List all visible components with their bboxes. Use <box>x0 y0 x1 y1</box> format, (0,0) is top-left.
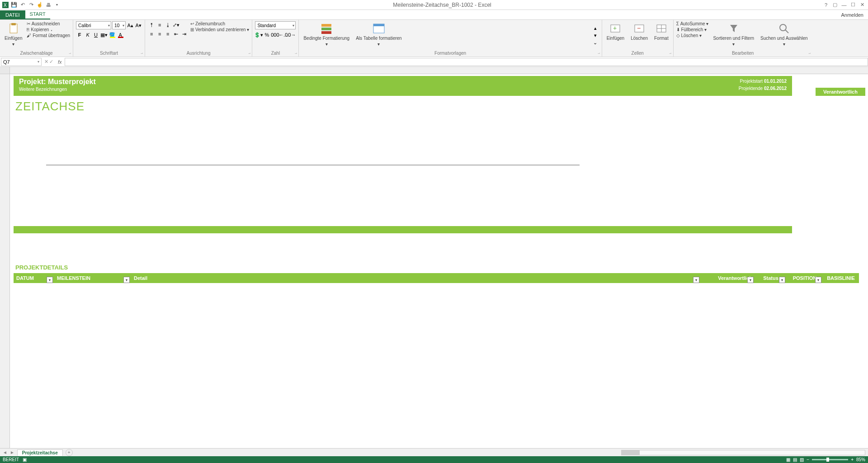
view-layout-icon[interactable]: ▤ <box>793 457 797 462</box>
tab-file[interactable]: DATEI <box>0 10 25 19</box>
minimize-icon[interactable]: — <box>840 2 848 8</box>
group-alignment: ⭱ ≡ ⭳ ⤢▾ ≡ ≡ ≡ ⇤ ⇥ ↩ Zeilenumbruch ⊞ Ver… <box>145 20 252 57</box>
align-middle-icon[interactable]: ≡ <box>156 21 163 28</box>
group-editing: Σ AutoSumme ▾ ⬇ Füllbereich ▾ ◇ Löschen … <box>674 20 812 57</box>
quickprint-icon[interactable]: 🖶 <box>45 1 52 9</box>
font-size-combo[interactable]: 10 <box>112 21 126 29</box>
close-icon[interactable]: ✕ <box>858 2 866 8</box>
filter-icon[interactable]: ▾ <box>815 277 821 283</box>
align-right-icon[interactable]: ≡ <box>164 30 171 38</box>
delete-cells-button[interactable]: −Löschen <box>629 21 650 50</box>
quick-access-toolbar: X 💾 ↶ ↷ ☝ 🖶 ▾ <box>0 1 62 9</box>
tab-nav-next-icon[interactable]: ► <box>10 450 14 455</box>
format-cells-button[interactable]: Format <box>652 21 670 50</box>
qat-more-icon[interactable]: ▾ <box>53 1 61 9</box>
border-button[interactable]: ▦▾ <box>100 31 108 38</box>
zoom-out-icon[interactable]: − <box>807 457 809 462</box>
sign-in[interactable]: Anmelden <box>836 10 868 19</box>
group-label: Ausrichtung <box>148 50 249 56</box>
help-icon[interactable]: ? <box>822 2 830 8</box>
cancel-formula-icon[interactable]: ✕ <box>44 59 48 65</box>
touch-mode-icon[interactable]: ☝ <box>36 1 43 9</box>
paste-button[interactable]: Einfügen▾ <box>3 21 24 50</box>
svg-point-14 <box>780 24 786 31</box>
view-normal-icon[interactable]: ▦ <box>786 457 790 462</box>
zoom-level[interactable]: 85% <box>856 457 865 462</box>
macro-record-icon[interactable]: ▣ <box>23 457 27 462</box>
cell-styles-gallery[interactable] <box>406 21 589 50</box>
enter-formula-icon[interactable]: ✓ <box>49 59 53 65</box>
find-select-button[interactable]: Suchen und Auswählen▾ <box>759 21 810 50</box>
insert-cells-button[interactable]: +Einfügen <box>605 21 626 50</box>
column-headers[interactable] <box>0 67 868 74</box>
fill-color-button[interactable]: 🪣 <box>108 31 116 38</box>
indent-inc-icon[interactable]: ⇥ <box>180 30 188 38</box>
copy-button[interactable]: ⎘ Kopieren ▾ <box>27 27 70 32</box>
status-ready: BEREIT <box>3 457 19 462</box>
sheet-tab[interactable]: Projektzeitachse <box>17 449 63 456</box>
cut-button[interactable]: ✂ Ausschneiden <box>27 21 70 26</box>
comma-icon[interactable]: 000 <box>271 31 278 38</box>
redo-icon[interactable]: ↷ <box>28 1 35 9</box>
percent-icon[interactable]: % <box>263 31 270 38</box>
underline-button[interactable]: U <box>92 31 99 38</box>
wrap-text-button[interactable]: ↩ Zeilenumbruch <box>190 21 249 26</box>
formula-input[interactable] <box>65 58 868 66</box>
font-name-combo[interactable]: Calibri <box>76 21 111 29</box>
svg-text:+: + <box>613 24 617 32</box>
shrink-font-icon[interactable]: A▾ <box>135 22 142 29</box>
bold-button[interactable]: F <box>76 31 83 38</box>
gallery-down-icon[interactable]: ▾ <box>592 32 599 39</box>
excel-icon[interactable]: X <box>2 1 9 9</box>
conditional-formatting-button[interactable]: Bedingte Formatierung▾ <box>302 21 351 50</box>
fill-button[interactable]: ⬇ Füllbereich ▾ <box>676 27 709 32</box>
add-sheet-button[interactable]: + <box>66 449 73 456</box>
inc-decimal-icon[interactable]: ←.0 <box>279 31 287 38</box>
filter-icon[interactable]: ▾ <box>47 277 53 283</box>
tab-nav-prev-icon[interactable]: ◄ <box>3 450 7 455</box>
align-center-icon[interactable]: ≡ <box>156 30 163 38</box>
table-header-row: DATUM▾ MEILENSTEIN▾ Detail▾ Verantwortli… <box>14 273 859 283</box>
italic-button[interactable]: K <box>84 31 91 38</box>
align-top-icon[interactable]: ⭱ <box>148 21 155 28</box>
tab-start[interactable]: START <box>25 9 50 19</box>
maximize-icon[interactable]: ☐ <box>849 2 857 8</box>
dec-decimal-icon[interactable]: .0→ <box>288 31 295 38</box>
svg-rect-3 <box>11 23 16 25</box>
fx-icon[interactable]: fx <box>55 59 65 65</box>
format-painter-button[interactable]: 🖌 Format übertragen <box>27 33 70 38</box>
indent-dec-icon[interactable]: ⇤ <box>172 30 179 38</box>
grow-font-icon[interactable]: A▴ <box>127 22 134 29</box>
clear-button[interactable]: ◇ Löschen ▾ <box>676 33 709 38</box>
gallery-up-icon[interactable]: ▴ <box>592 25 599 32</box>
sort-filter-button[interactable]: Sortieren und Filtern▾ <box>711 21 756 50</box>
autosum-button[interactable]: Σ AutoSumme ▾ <box>676 21 709 26</box>
filter-icon[interactable]: ▾ <box>693 277 699 283</box>
align-left-icon[interactable]: ≡ <box>148 30 155 38</box>
horizontal-scrollbar[interactable] <box>621 450 865 455</box>
worksheet[interactable]: Projekt: Musterprojekt Weitere Bezeichnu… <box>10 74 868 448</box>
orientation-icon[interactable]: ⤢▾ <box>172 21 179 28</box>
merge-center-button[interactable]: ⊞ Verbinden und zentrieren ▾ <box>190 27 249 32</box>
format-as-table-button[interactable]: Als Tabelle formatieren▾ <box>354 21 404 50</box>
group-label: Zwischenablage <box>3 50 70 56</box>
number-format-combo[interactable]: Standard <box>255 21 296 29</box>
view-pagebreak-icon[interactable]: ▧ <box>800 457 804 462</box>
select-all-corner[interactable] <box>0 67 10 74</box>
name-box[interactable]: Q7 <box>1 58 42 66</box>
row-headers[interactable] <box>0 74 10 448</box>
zoom-slider[interactable] <box>812 459 848 460</box>
filter-icon[interactable]: ▾ <box>123 277 130 283</box>
ribbon-display-icon[interactable]: ▢ <box>831 2 839 8</box>
undo-icon[interactable]: ↶ <box>19 1 26 9</box>
responsible-header: Verantwortlich <box>816 88 865 96</box>
filter-icon[interactable]: ▾ <box>747 277 754 283</box>
font-color-button[interactable]: A <box>117 31 124 38</box>
gallery-more-icon[interactable]: ⌄ <box>592 39 599 47</box>
accounting-icon[interactable]: 💲▾ <box>255 31 262 38</box>
filter-icon[interactable]: ▾ <box>779 277 785 283</box>
status-bar: BEREIT ▣ ▦ ▤ ▧ − + 85% <box>0 456 868 463</box>
align-bottom-icon[interactable]: ⭳ <box>164 21 171 28</box>
zoom-in-icon[interactable]: + <box>851 457 854 462</box>
save-icon[interactable]: 💾 <box>10 1 18 9</box>
